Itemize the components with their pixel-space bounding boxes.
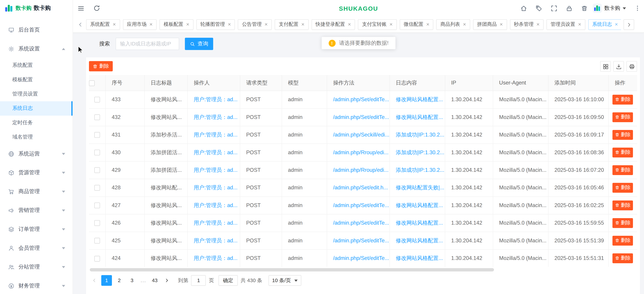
cell-content-link[interactable]: 添加成功|IP:1.30.2... <box>390 144 445 161</box>
tab[interactable]: 模板配置 × <box>160 19 194 30</box>
delete-button[interactable]: 删除 <box>89 61 113 72</box>
clear-cache-trash-icon[interactable] <box>581 5 588 12</box>
sidebar-item-system-config[interactable]: 系统配置 <box>0 58 73 72</box>
cell-action-link[interactable]: /admin.php/Seckill/edi... <box>327 126 389 144</box>
tab-close-icon[interactable]: × <box>228 22 231 27</box>
cell-action-link[interactable]: /admin.php/Set/editTe... <box>327 232 389 249</box>
row-delete-button[interactable]: 删除 <box>612 147 633 157</box>
cell-action-link[interactable]: /admin.php/Set/editTe... <box>327 90 389 108</box>
export-icon[interactable] <box>613 61 624 72</box>
cell-content-link[interactable]: 修改网站风格配置... <box>390 214 445 232</box>
row-checkbox[interactable] <box>94 168 100 173</box>
row-delete-button[interactable]: 删除 <box>612 236 633 245</box>
tabs-scroll-left-icon[interactable] <box>77 21 84 28</box>
tab-close-icon[interactable]: × <box>536 22 540 27</box>
tab-close-icon[interactable]: × <box>615 22 618 27</box>
cell-action-link[interactable]: /admin.php/Set/editTe... <box>327 108 389 126</box>
row-checkbox[interactable] <box>94 238 100 244</box>
scrollbar-thumb[interactable] <box>90 268 494 272</box>
row-delete-button[interactable]: 删除 <box>612 112 633 122</box>
fullscreen-icon[interactable] <box>550 5 558 12</box>
tab-close-icon[interactable]: × <box>186 22 189 27</box>
cell-content-link[interactable]: 修改网站风格配置... <box>390 196 445 214</box>
row-checkbox[interactable] <box>94 185 100 191</box>
tab[interactable]: 应用市场 × <box>123 19 157 30</box>
tab-close-icon[interactable]: × <box>150 22 152 27</box>
row-checkbox[interactable] <box>94 220 100 226</box>
tab-close-icon[interactable]: × <box>264 22 268 27</box>
more-menu-icon[interactable] <box>634 5 641 12</box>
pagination-page-1[interactable]: 1 <box>101 275 112 286</box>
sidebar-item-admin-settings[interactable]: 管理员设置 <box>0 87 73 101</box>
sidebar-item-cron-tasks[interactable]: 定时任务 <box>0 116 73 130</box>
cell-content-link[interactable]: 修改网站风格配置... <box>390 249 445 267</box>
lock-icon[interactable] <box>566 5 572 12</box>
row-delete-button[interactable]: 删除 <box>612 183 633 192</box>
row-delete-button[interactable]: 删除 <box>612 200 633 210</box>
cell-operator-link[interactable]: 用户:管理员：ad... <box>188 196 240 214</box>
goto-confirm-button[interactable]: 确定 <box>218 275 238 286</box>
tab[interactable]: 公告管理 × <box>238 19 272 30</box>
tab[interactable]: 拼团商品 × <box>473 19 507 30</box>
cell-operator-link[interactable]: 用户:管理员：ad... <box>188 126 240 144</box>
tab[interactable]: 系统日志 × <box>588 19 621 30</box>
tab-close-icon[interactable]: × <box>463 22 466 27</box>
print-icon[interactable] <box>626 61 637 72</box>
cell-operator-link[interactable]: 用户:管理员：ad... <box>188 249 240 267</box>
query-button[interactable]: 查询 <box>185 38 213 50</box>
cell-operator-link[interactable]: 用户:管理员：ad... <box>188 108 240 126</box>
row-delete-button[interactable]: 删除 <box>612 253 633 263</box>
tab-close-icon[interactable]: × <box>348 22 351 27</box>
sidebar-item-member-management[interactable]: 会员管理 <box>0 238 73 258</box>
row-delete-button[interactable]: 删除 <box>612 130 633 140</box>
tab-close-icon[interactable]: × <box>426 22 430 27</box>
sidebar-item-product-management[interactable]: 商品管理 <box>0 182 73 201</box>
app-logo[interactable]: 数卡购 数卡购 <box>0 0 73 16</box>
tab[interactable]: 快捷登录配置 × <box>311 19 355 30</box>
cell-operator-link[interactable]: 用户:管理员：ad... <box>188 144 240 161</box>
cell-operator-link[interactable]: 用户:管理员：ad... <box>188 179 240 196</box>
tab-close-icon[interactable]: × <box>500 22 503 27</box>
collapse-sidebar-button[interactable] <box>73 0 89 16</box>
tab[interactable]: 轮播图管理 × <box>196 19 235 30</box>
sidebar-item-domain-management[interactable]: 域名管理 <box>0 130 73 144</box>
pagination-next-icon[interactable] <box>162 275 172 286</box>
row-checkbox[interactable] <box>94 202 100 208</box>
cell-operator-link[interactable]: 用户:管理员：ad... <box>188 161 240 179</box>
sidebar-item-system-operations[interactable]: 系统运营 <box>0 144 73 163</box>
cell-content-link[interactable]: 修改网站风格配置... <box>390 90 445 108</box>
sidebar-item-system-settings[interactable]: 系统设置 <box>0 40 73 58</box>
row-checkbox[interactable] <box>94 132 100 138</box>
page-size-select[interactable]: 10 条/页 <box>268 275 301 286</box>
pagination-page-43[interactable]: 43 <box>150 275 160 286</box>
sidebar-item-system-log[interactable]: 系统日志 <box>0 101 73 116</box>
cell-content-link[interactable]: 添加成功|IP:1.30.2... <box>390 161 445 179</box>
cell-action-link[interactable]: /admin.php/Set/editTe... <box>327 249 389 267</box>
row-delete-button[interactable]: 删除 <box>612 218 633 228</box>
cell-action-link[interactable]: /admin.php/Rroup/edi... <box>327 144 389 161</box>
tab[interactable]: 支付配置 × <box>275 19 308 30</box>
row-checkbox[interactable] <box>94 256 100 261</box>
tab-close-icon[interactable]: × <box>578 22 581 27</box>
cell-action-link[interactable]: /admin.php/Rroup/edi... <box>327 161 389 179</box>
home-icon[interactable] <box>520 5 527 12</box>
select-all-checkbox[interactable] <box>89 80 95 86</box>
cell-operator-link[interactable]: 用户:管理员：ad... <box>188 214 240 232</box>
cell-action-link[interactable]: /admin.php/Set/editTe... <box>327 196 389 214</box>
goto-page-input[interactable] <box>191 275 206 286</box>
cell-action-link[interactable]: /admin.php/Set/editTe... <box>327 214 389 232</box>
tab[interactable]: 秒杀管理 × <box>510 19 544 30</box>
tab[interactable]: 系统配置 × <box>86 19 120 30</box>
row-checkbox[interactable] <box>94 150 100 156</box>
filter-columns-icon[interactable] <box>600 61 611 72</box>
row-checkbox[interactable] <box>94 97 100 102</box>
refresh-button[interactable] <box>89 0 105 16</box>
tab[interactable]: 管理员设置 × <box>546 19 585 30</box>
cell-content-link[interactable]: 修改网站配置失败|... <box>390 179 445 196</box>
cell-operator-link[interactable]: 用户:管理员：ad... <box>188 90 240 108</box>
search-input[interactable] <box>116 38 179 50</box>
pagination-page-2[interactable]: 2 <box>114 275 124 286</box>
cell-action-link[interactable]: /admin.php/Set/edit.h... <box>327 179 389 196</box>
tab-close-icon[interactable]: × <box>301 22 304 27</box>
sidebar-item-supply-management[interactable]: 货源管理 <box>0 163 73 182</box>
